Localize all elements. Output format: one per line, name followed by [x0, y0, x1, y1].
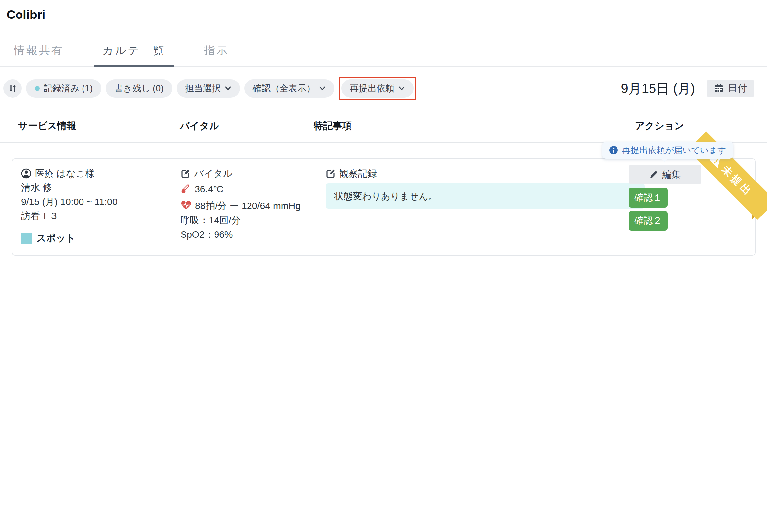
pulse-bp-line: 88拍/分 ー 120/64 mmHg — [181, 200, 301, 211]
observation-note-box: 状態変わりありません。 — [326, 183, 645, 209]
resubmit-tooltip: 再提出依頼が届いています — [602, 142, 733, 159]
edit-note-icon — [181, 169, 190, 179]
tab-instructions[interactable]: 指示 — [195, 43, 238, 66]
thermometer-icon — [181, 184, 191, 195]
actions-cell: 編集 確認１ 確認２ — [629, 165, 701, 231]
tooltip-message: 再提出依頼が届いています — [622, 145, 726, 156]
confirm2-label: 確認２ — [634, 215, 662, 227]
confirm2-button[interactable]: 確認２ — [629, 211, 668, 231]
heart-pulse-icon — [181, 200, 192, 210]
filter-recorded[interactable]: 記録済み (1) — [26, 79, 101, 98]
observation-note-text: 状態変わりありません。 — [334, 189, 438, 203]
edit-note-icon — [326, 169, 336, 179]
staff-select-dropdown[interactable]: 担当選択 — [177, 79, 240, 98]
tab-info-share[interactable]: 情報共有 — [5, 43, 73, 66]
chevron-down-icon — [398, 86, 405, 91]
info-icon — [609, 146, 618, 155]
sort-button[interactable] — [3, 79, 22, 98]
confirm-filter-label: 確認（全表示） — [253, 83, 315, 94]
date-button-label: 日付 — [728, 82, 747, 95]
resubmit-highlight-box: 再提出依頼 — [339, 77, 416, 100]
vitals-cell: バイタル 36.4°C 88拍/分 — [181, 166, 303, 242]
service-tag: スポット — [21, 231, 176, 245]
header-vitals: バイタル — [180, 119, 219, 133]
staff-name: 清水 修 — [21, 181, 176, 195]
table-header-row: サービス情報 バイタル 特記事項 アクション — [0, 119, 767, 135]
sort-arrows-icon — [8, 84, 17, 93]
pencil-icon — [650, 170, 658, 179]
spot-tag-swatch — [21, 233, 32, 244]
service-info-cell: 医療 はなこ様 清水 修 9/15 (月) 10:00 ~ 11:00 訪看Ｉ３… — [21, 166, 176, 245]
staff-select-label: 担当選択 — [185, 83, 221, 94]
record-card: 医療 はなこ様 清水 修 9/15 (月) 10:00 ~ 11:00 訪看Ｉ３… — [12, 158, 756, 256]
filter-recorded-label: 記録済み (1) — [44, 83, 93, 94]
header-actions: アクション — [617, 119, 702, 133]
current-date-label: 9月15日 (月) — [621, 80, 695, 98]
filter-unwritten[interactable]: 書き残し (0) — [106, 79, 172, 98]
confirm1-label: 確認１ — [634, 191, 662, 204]
pulse-bp-value: 88拍/分 ー 120/64 mmHg — [195, 200, 301, 211]
edit-button-label: 編集 — [662, 168, 681, 181]
header-notes: 特記事項 — [314, 119, 352, 133]
spot-tag-label: スポット — [36, 231, 76, 245]
teal-status-dot — [35, 86, 40, 91]
edit-button[interactable]: 編集 — [629, 165, 701, 184]
calendar-icon — [714, 84, 723, 93]
ribbon-label: 未提出 — [719, 163, 756, 200]
filter-toolbar: 記録済み (1) 書き残し (0) 担当選択 確認（全表示） 再提出依頼 9月1… — [3, 79, 764, 98]
vitals-title: バイタル — [194, 166, 233, 181]
confirm1-button[interactable]: 確認１ — [629, 188, 668, 208]
chevron-down-icon — [319, 86, 326, 91]
temperature-value: 36.4°C — [195, 182, 223, 197]
person-icon — [21, 168, 31, 179]
app-title: Colibri — [7, 8, 45, 22]
resubmit-label: 再提出依頼 — [350, 83, 394, 94]
date-picker-button[interactable]: 日付 — [707, 80, 754, 97]
patient-name: 医療 はなこ様 — [35, 166, 95, 181]
visit-datetime: 9/15 (月) 10:00 ~ 11:00 — [21, 195, 176, 209]
filter-unwritten-label: 書き残し (0) — [114, 83, 164, 94]
confirm-filter-dropdown[interactable]: 確認（全表示） — [244, 79, 334, 98]
tab-bar: 情報共有 カルテ一覧 指示 — [0, 37, 767, 67]
tab-karte-list[interactable]: カルテ一覧 — [94, 43, 174, 67]
header-service-info: サービス情報 — [18, 119, 76, 133]
respiration-value: 呼吸：14回/分 — [181, 213, 303, 228]
service-code: 訪看Ｉ３ — [21, 209, 176, 223]
resubmit-dropdown[interactable]: 再提出依頼 — [341, 79, 414, 98]
temperature-line: 36.4°C — [181, 182, 223, 197]
notes-cell: 観察記録 状態変わりありません。 — [326, 166, 645, 209]
chevron-down-icon — [225, 86, 231, 91]
spo2-value: SpO2：96% — [181, 227, 303, 242]
notes-title: 観察記録 — [339, 166, 377, 181]
